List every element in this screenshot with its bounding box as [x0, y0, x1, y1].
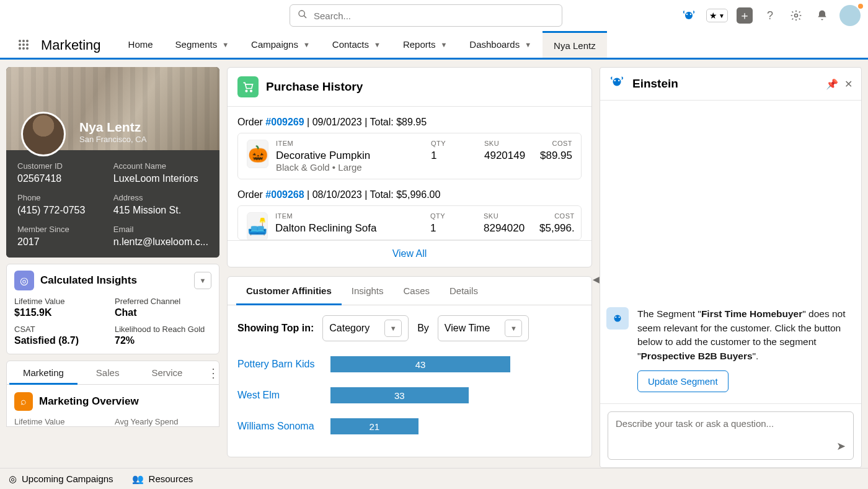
mini-tab-service[interactable]: Service — [135, 361, 198, 384]
einstein-message: The Segment "First Time Homebuyer" does … — [637, 307, 851, 392]
search-input[interactable] — [314, 11, 554, 21]
setup-gear-icon[interactable] — [787, 7, 805, 24]
insights-dropdown[interactable]: ▼ — [194, 272, 211, 289]
nav-home[interactable]: Home — [117, 31, 164, 58]
tab-details[interactable]: Details — [440, 277, 488, 305]
svg-point-16 — [250, 90, 252, 92]
affinity-label[interactable]: Williams Sonoma — [237, 421, 318, 432]
label-customer-id: Customer ID — [17, 161, 107, 171]
mini-tab-sales[interactable]: Sales — [80, 361, 136, 384]
einstein-icon[interactable] — [680, 7, 698, 24]
footer-upcoming-campaigns[interactable]: ◎ Upcoming Campaigns — [9, 473, 113, 485]
user-avatar[interactable] — [839, 5, 861, 26]
select-view-time[interactable]: View Time▼ — [438, 315, 529, 341]
svg-point-21 — [615, 316, 616, 318]
profile-card: Nya Lentz San Francisco, CA Customer ID0… — [6, 67, 219, 258]
item-qty: 1 — [431, 150, 484, 162]
col-qty: QTY — [431, 140, 484, 147]
notifications-icon[interactable] — [813, 7, 831, 24]
close-icon[interactable]: ✕ — [844, 78, 852, 90]
svg-point-20 — [614, 315, 621, 322]
select-category[interactable]: Category▼ — [322, 315, 409, 341]
svg-point-11 — [26, 43, 29, 46]
showing-label: Showing Top in: — [237, 323, 314, 334]
col-sku: SKU — [484, 212, 539, 220]
add-button[interactable]: ＋ — [737, 7, 753, 24]
purchase-history-title: Purchase History — [266, 80, 363, 94]
einstein-robot-icon — [609, 74, 625, 94]
nav-dashboards[interactable]: Dashboards▼ — [458, 31, 542, 58]
favorites-button[interactable]: ★ ▼ — [706, 9, 728, 22]
svg-point-10 — [22, 43, 25, 46]
send-icon[interactable]: ➤ — [836, 439, 846, 453]
svg-point-17 — [613, 78, 621, 86]
col-sku: SKU — [484, 140, 540, 147]
update-segment-button[interactable]: Update Segment — [637, 370, 728, 392]
order-header: Order #009268 | 08/10/2023 | Total: $5,9… — [237, 189, 582, 200]
pin-icon[interactable]: 📌 — [826, 78, 838, 90]
col-qty: QTY — [430, 212, 484, 220]
svg-point-14 — [26, 47, 29, 50]
mini-tabs-more[interactable]: ⋮ — [198, 366, 228, 380]
order-number-link[interactable]: #009268 — [265, 189, 304, 200]
marketing-overview-title: Marketing Overview — [39, 395, 139, 408]
profile-avatar — [21, 112, 66, 156]
label-account-name: Account Name — [113, 161, 208, 171]
global-search[interactable] — [290, 4, 562, 27]
mini-tab-marketing[interactable]: Marketing — [7, 361, 80, 384]
label-csat: CSAT — [14, 325, 111, 334]
svg-point-18 — [614, 80, 616, 82]
nav-reports[interactable]: Reports▼ — [392, 31, 458, 58]
nav-segments[interactable]: Segments▼ — [164, 31, 240, 58]
col-item: ITEM — [275, 212, 430, 220]
expand-handle[interactable]: ◀ — [593, 274, 600, 284]
svg-point-3 — [686, 14, 688, 15]
mini-tabs-container: Marketing Sales Service ⋮ ⌕ Marketing Ov… — [6, 361, 219, 427]
label-address: Address — [113, 193, 208, 202]
value-pref-channel: Chat — [115, 307, 211, 318]
tab-cases[interactable]: Cases — [394, 277, 440, 305]
cart-icon — [237, 76, 259, 97]
svg-point-9 — [19, 43, 21, 46]
header-actions: ★ ▼ ＋ ? — [680, 5, 861, 26]
affinity-bar: 43 — [330, 356, 510, 372]
insights-icon: ◎ — [14, 271, 34, 290]
value-csat: Satisfied (8.7) — [14, 335, 111, 346]
order-header: Order #009269 | 09/01/2023 | Total: $89.… — [237, 117, 582, 128]
tab-customer-affinities[interactable]: Customer Affinities — [236, 277, 342, 305]
help-icon[interactable]: ? — [761, 7, 779, 24]
nav-active-record[interactable]: Nya Lentz — [542, 31, 607, 58]
affinity-bar-row: West Elm 33 — [228, 384, 591, 415]
item-cost: $89.95 — [540, 150, 572, 162]
col-item: ITEM — [276, 140, 431, 147]
label-phone: Phone — [17, 193, 107, 202]
affinity-label[interactable]: Pottery Barn Kids — [237, 359, 318, 370]
footer-resources[interactable]: 👥 Resources — [132, 473, 193, 485]
affinity-label[interactable]: West Elm — [237, 390, 318, 401]
by-label: By — [417, 323, 429, 334]
col-cost: COST — [539, 212, 575, 220]
einstein-input[interactable]: Describe your task or ask a question... … — [608, 411, 854, 460]
view-all-link[interactable]: View All — [392, 248, 427, 259]
tab-insights[interactable]: Insights — [342, 277, 394, 305]
nav-contacts[interactable]: Contacts▼ — [321, 31, 392, 58]
item-thumbnail: 🎃 — [247, 140, 268, 168]
calculated-insights-card: ◎ Calculated Insights ▼ Lifetime Value$1… — [6, 264, 219, 354]
item-subtitle: Black & Gold • Large — [276, 162, 431, 173]
profile-hero: Nya Lentz San Francisco, CA — [6, 67, 219, 150]
mo-label-ltv: Lifetime Value — [14, 417, 111, 426]
affinity-bar: 33 — [330, 387, 469, 403]
app-launcher-icon[interactable] — [15, 31, 32, 58]
nav-campaigns[interactable]: Campaigns▼ — [240, 31, 321, 58]
nav-bar: Marketing Home Segments▼ Campaigns▼ Cont… — [0, 31, 868, 60]
utility-bar: ◎ Upcoming Campaigns 👥 Resources — [0, 468, 868, 489]
customer-affinities-card: Customer Affinities Insights Cases Detai… — [227, 276, 592, 457]
target-icon: ◎ — [9, 473, 17, 485]
order-number-link[interactable]: #009269 — [265, 117, 304, 127]
value-gold: 72% — [115, 335, 211, 346]
einstein-panel: Einstein 📌 ✕ ◀ The Segment "First Time H… — [600, 67, 862, 468]
value-phone: (415) 772-0753 — [17, 205, 107, 216]
purchase-history-card: Purchase History Order #009269 | 09/01/2… — [227, 67, 592, 267]
label-email: Email — [113, 225, 208, 234]
svg-point-15 — [246, 90, 247, 92]
